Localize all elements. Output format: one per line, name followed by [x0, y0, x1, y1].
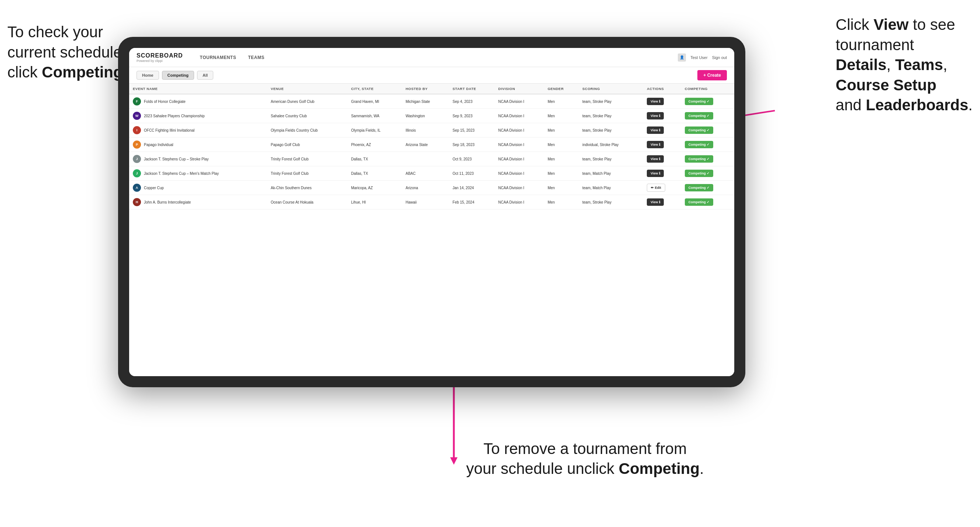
col-hosted-by: HOSTED BY [402, 84, 449, 94]
nav-teams[interactable]: TEAMS [242, 48, 270, 67]
filter-all[interactable]: All [197, 71, 213, 80]
annotation-tr-1: Click View to see [836, 16, 955, 33]
city-state-cell: Phoenix, AZ [347, 138, 402, 152]
team-logo: J [133, 169, 141, 178]
division-cell: NCAA Division I [495, 94, 544, 109]
table-container: EVENT NAME VENUE CITY, STATE HOSTED BY S… [129, 84, 734, 376]
competing-button[interactable]: Competing ✓ [685, 112, 714, 119]
tournaments-table: EVENT NAME VENUE CITY, STATE HOSTED BY S… [129, 84, 734, 210]
hosted-by-cell: Arizona [402, 181, 449, 195]
col-competing: COMPETING [681, 84, 734, 94]
start-date-cell: Oct 11, 2023 [449, 166, 495, 181]
sub-nav-right: + Create [697, 70, 727, 80]
scoring-cell: team, Match Play [579, 181, 643, 195]
nav-links: TOURNAMENTS TEAMS [194, 48, 678, 67]
start-date-cell: Feb 15, 2024 [449, 195, 495, 210]
create-button[interactable]: + Create [697, 70, 727, 80]
competing-button[interactable]: Competing ✓ [685, 155, 714, 163]
venue-cell: Olympia Fields Country Club [267, 123, 348, 138]
competing-button[interactable]: Competing ✓ [685, 184, 714, 191]
col-start-date: START DATE [449, 84, 495, 94]
event-name: Jackson T. Stephens Cup – Men's Match Pl… [144, 171, 219, 176]
view-button[interactable]: View ℹ [647, 141, 664, 148]
view-button[interactable]: View ℹ [647, 98, 664, 105]
gender-cell: Men [544, 181, 579, 195]
gender-cell: Men [544, 166, 579, 181]
city-state-cell: Dallas, TX [347, 166, 402, 181]
table-header-row: EVENT NAME VENUE CITY, STATE HOSTED BY S… [129, 84, 734, 94]
scoring-cell: team, Stroke Play [579, 195, 643, 210]
competing-button[interactable]: Competing ✓ [685, 198, 714, 206]
col-venue: VENUE [267, 84, 348, 94]
start-date-cell: Sep 15, 2023 [449, 123, 495, 138]
annotation-bottom-2: your schedule unclick Competing. [466, 460, 704, 477]
event-name-cell: A Copper Cup [129, 181, 267, 195]
city-state-cell: Sammamish, WA [347, 109, 402, 123]
venue-cell: Trinity Forest Golf Club [267, 152, 348, 166]
event-name-cell: P Papago Individual [129, 138, 267, 152]
actions-cell: View ℹ [643, 195, 681, 210]
gender-cell: Men [544, 138, 579, 152]
event-name: OFCC Fighting Illini Invitational [144, 129, 194, 132]
actions-cell: View ℹ [643, 138, 681, 152]
division-cell: NCAA Division I [495, 138, 544, 152]
event-name: John A. Burns Intercollegiate [144, 200, 191, 204]
actions-cell: View ℹ [643, 109, 681, 123]
actions-cell: View ℹ [643, 94, 681, 109]
team-logo: F [133, 97, 141, 105]
team-logo: P [133, 141, 141, 149]
start-date-cell: Sep 4, 2023 [449, 94, 495, 109]
view-button[interactable]: View ℹ [647, 170, 664, 177]
scoring-cell: team, Stroke Play [579, 109, 643, 123]
city-state-cell: Dallas, TX [347, 152, 402, 166]
gender-cell: Men [544, 195, 579, 210]
sign-out-link[interactable]: Sign out [712, 55, 727, 60]
venue-cell: Trinity Forest Golf Club [267, 166, 348, 181]
view-button[interactable]: View ℹ [647, 112, 664, 119]
competing-cell: Competing ✓ [681, 109, 734, 123]
user-name: Test User [690, 55, 707, 60]
annotation-top-left: To check your current schedule, click Co… [7, 22, 127, 83]
scoring-cell: team, Stroke Play [579, 152, 643, 166]
annotation-line1: To check your [7, 23, 103, 41]
filter-home[interactable]: Home [137, 71, 159, 80]
edit-button[interactable]: ✏ Edit [647, 184, 665, 192]
hosted-by-cell: ABAC [402, 166, 449, 181]
event-name-cell: I OFCC Fighting Illini Invitational [129, 123, 267, 138]
filter-competing[interactable]: Competing [162, 71, 194, 80]
event-name-cell: H John A. Burns Intercollegiate [129, 195, 267, 210]
scoring-cell: team, Match Play [579, 166, 643, 181]
start-date-cell: Sep 9, 2023 [449, 109, 495, 123]
view-button[interactable]: View ℹ [647, 127, 664, 134]
city-state-cell: Lihue, HI [347, 195, 402, 210]
actions-cell: View ℹ [643, 166, 681, 181]
nav-tournaments[interactable]: TOURNAMENTS [194, 48, 242, 67]
annotation-bottom-1: To remove a tournament from [484, 440, 687, 457]
tablet: SCOREBOARD Powered by clippi TOURNAMENTS… [118, 37, 745, 387]
event-name-cell: W 2023 Sahalee Players Championship [129, 109, 267, 123]
table-row: P Papago Individual Papago Golf ClubPhoe… [129, 138, 734, 152]
competing-button[interactable]: Competing ✓ [685, 170, 714, 177]
scoring-cell: individual, Stroke Play [579, 138, 643, 152]
user-icon: 👤 [678, 54, 686, 62]
competing-cell: Competing ✓ [681, 94, 734, 109]
view-button[interactable]: View ℹ [647, 155, 664, 163]
competing-button[interactable]: Competing ✓ [685, 127, 714, 134]
team-logo: J [133, 155, 141, 163]
sub-nav: Home Competing All + Create [129, 67, 734, 84]
event-name: Copper Cup [144, 186, 164, 190]
venue-cell: Sahalee Country Club [267, 109, 348, 123]
competing-button[interactable]: Competing ✓ [685, 141, 714, 148]
scoring-cell: team, Stroke Play [579, 94, 643, 109]
venue-cell: Ocean Course At Hokuala [267, 195, 348, 210]
table-row: F Folds of Honor Collegiate American Dun… [129, 94, 734, 109]
view-button[interactable]: View ℹ [647, 198, 664, 206]
team-logo: I [133, 126, 141, 134]
event-name: Folds of Honor Collegiate [144, 100, 186, 104]
hosted-by-cell: Michigan State [402, 94, 449, 109]
venue-cell: Ak-Chin Southern Dunes [267, 181, 348, 195]
venue-cell: American Dunes Golf Club [267, 94, 348, 109]
competing-button[interactable]: Competing ✓ [685, 98, 714, 105]
table-row: I OFCC Fighting Illini Invitational Olym… [129, 123, 734, 138]
col-division: DIVISION [495, 84, 544, 94]
